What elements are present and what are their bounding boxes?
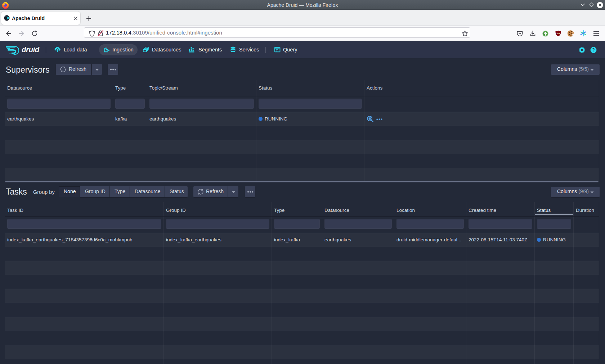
svg-text:uO: uO bbox=[557, 32, 560, 35]
svg-text:?: ? bbox=[592, 47, 595, 53]
